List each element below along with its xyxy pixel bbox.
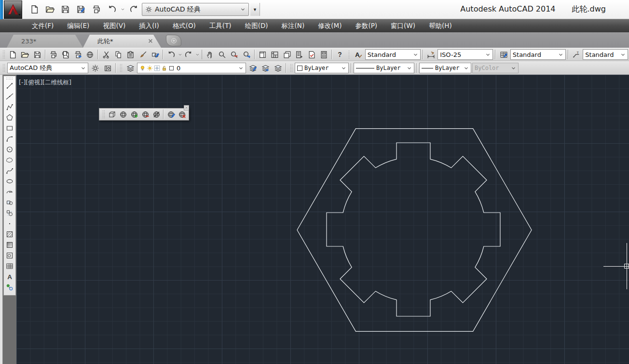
lightbulb-icon[interactable] [139, 65, 146, 71]
menu-edit[interactable]: 编辑(E) [60, 20, 96, 32]
qat-undo-button[interactable] [105, 3, 118, 15]
toolbar-grip[interactable] [6, 77, 14, 80]
new-tab-button[interactable] [166, 35, 181, 46]
make-object-layer-current-button[interactable] [247, 62, 259, 74]
revision-cloud-button[interactable] [4, 155, 15, 165]
linetype-control-dropdown[interactable]: ByLayer [354, 63, 414, 73]
zoom-previous-button[interactable] [241, 49, 252, 60]
polygon-button[interactable] [4, 112, 15, 123]
toolbar-grip[interactable] [348, 50, 351, 59]
table-button[interactable] [4, 261, 15, 271]
text-style-button[interactable] [353, 49, 364, 60]
point-button[interactable] [4, 218, 15, 229]
toolbar-grip[interactable] [290, 64, 292, 72]
layer-previous-button[interactable] [260, 62, 271, 74]
menu-modify[interactable]: 修改(M) [311, 20, 348, 32]
ellipse-button[interactable] [4, 176, 15, 187]
menu-draw[interactable]: 绘图(D) [238, 20, 275, 32]
menu-tools[interactable]: 工具(T) [203, 20, 238, 32]
multileader-style-dropdown[interactable]: Standard [583, 49, 628, 60]
unlock-icon[interactable] [161, 65, 167, 71]
match-properties-button[interactable] [137, 49, 149, 60]
multileader-style-button[interactable] [571, 49, 582, 60]
undo-dropdown-icon[interactable] [121, 7, 125, 12]
workspace-settings-button[interactable] [89, 62, 101, 74]
undo-dropdown-icon[interactable] [178, 53, 182, 57]
line-button[interactable] [4, 81, 15, 91]
open-button[interactable] [19, 49, 30, 60]
qat-plot-button[interactable] [90, 3, 102, 15]
text-style-dropdown[interactable]: Standard [365, 49, 421, 60]
menu-insert[interactable]: 插入(I) [132, 20, 166, 32]
file-tab-233[interactable]: 233* [7, 35, 83, 48]
plot-preview-button[interactable] [60, 49, 71, 60]
qat-open-button[interactable] [43, 3, 56, 15]
qat-overflow-button[interactable]: ▼ [250, 3, 260, 16]
menu-file[interactable]: 文件(F) [25, 20, 60, 32]
markup-set-manager-button[interactable] [306, 49, 317, 60]
region-button[interactable] [4, 250, 15, 261]
publish-button[interactable] [72, 49, 83, 60]
tab-close-button[interactable] [148, 38, 154, 45]
menu-help[interactable]: 帮助(H) [422, 20, 459, 32]
my-workspace-button[interactable] [102, 62, 113, 74]
viewport-freeze-icon[interactable] [154, 65, 160, 71]
construction-line-button[interactable] [4, 91, 15, 102]
insert-block-button[interactable] [4, 197, 15, 208]
qat-new-button[interactable] [28, 3, 41, 15]
layer-states-button[interactable] [272, 62, 284, 74]
tool-palettes-button[interactable] [282, 49, 293, 60]
arc-button[interactable] [4, 134, 15, 144]
multiline-text-button[interactable] [4, 271, 15, 282]
file-tab-cilun[interactable]: 此轮* [83, 35, 161, 48]
toolbar-grip[interactable] [2, 50, 5, 59]
paste-button[interactable] [125, 49, 136, 60]
pan-button[interactable] [204, 49, 215, 60]
table-style-dropdown[interactable]: Standard [510, 49, 566, 60]
ellipse-arc-button[interactable] [4, 187, 15, 197]
toolbar-grip[interactable] [120, 64, 122, 72]
make-block-button[interactable] [4, 208, 15, 218]
hatch-button[interactable] [4, 229, 15, 240]
gradient-button[interactable] [4, 240, 15, 250]
redo-dropdown-icon[interactable] [195, 53, 200, 57]
layer-color-swatch[interactable] [168, 65, 175, 71]
hexagon-outline[interactable] [297, 129, 532, 332]
workspace-switcher-dropdown[interactable]: AutoCAD 经典 [142, 3, 249, 16]
block-editor-button[interactable] [150, 49, 161, 60]
design-center-button[interactable] [269, 49, 280, 60]
menu-view[interactable]: 视图(V) [96, 20, 132, 32]
3d-dwf-button[interactable] [84, 49, 96, 60]
menu-dimension[interactable]: 标注(N) [275, 20, 312, 32]
color-control-dropdown[interactable]: ByLayer [295, 63, 349, 73]
zoom-window-button[interactable] [229, 49, 240, 60]
qat-redo-button[interactable] [128, 3, 140, 15]
rectangle-button[interactable] [4, 123, 15, 134]
polyline-button[interactable] [4, 102, 15, 112]
help-button[interactable] [334, 49, 345, 60]
properties-palette-button[interactable] [257, 49, 268, 60]
zoom-realtime-button[interactable] [217, 49, 228, 60]
application-menu-button[interactable]: ▼ [4, 0, 22, 19]
layer-properties-button[interactable] [124, 62, 136, 74]
plot-button[interactable] [48, 49, 59, 60]
sun-icon[interactable] [147, 65, 153, 71]
dim-style-button[interactable] [425, 49, 437, 60]
new-button[interactable] [7, 49, 18, 60]
toolbar-grip[interactable] [2, 64, 5, 72]
dim-style-dropdown[interactable]: ISO-25 [438, 49, 493, 60]
quick-calc-button[interactable] [318, 49, 329, 60]
table-style-button[interactable] [498, 49, 509, 60]
sheet-set-manager-button[interactable] [294, 49, 305, 60]
qat-save-button[interactable] [59, 3, 71, 15]
spline-button[interactable] [4, 165, 15, 176]
layer-dropdown[interactable]: 0 [137, 63, 246, 73]
circle-button[interactable] [4, 144, 15, 155]
workspaces-dropdown[interactable]: AutoCAD 经典 [7, 63, 88, 73]
drawing-area[interactable]: [-] [俯视] [二维线框] [16, 75, 629, 364]
redo-button[interactable] [183, 49, 194, 60]
cut-button[interactable] [100, 49, 111, 60]
menu-parametric[interactable]: 参数(P) [348, 20, 384, 32]
undo-button[interactable] [165, 49, 177, 60]
menu-window[interactable]: 窗口(W) [384, 20, 422, 32]
